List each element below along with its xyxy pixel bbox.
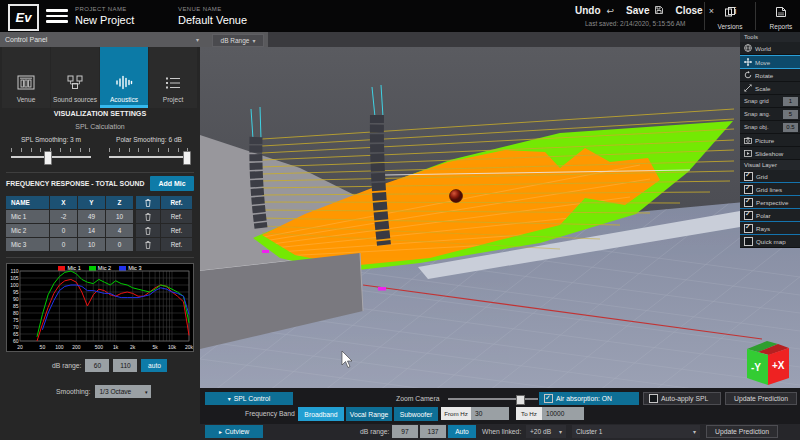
band-broadband-button[interactable]: Broadband [298,407,344,421]
checkbox-checked-icon [744,224,753,233]
3d-viewport[interactable]: -Y +X [200,47,800,390]
ref-button[interactable]: Ref. [161,224,192,237]
mic-row-1[interactable]: Mic 1 -2 49 10 Ref. [6,210,192,223]
snap-grid-value[interactable]: 1 [783,97,798,106]
tool-world-button[interactable]: World [740,42,800,55]
top-bar: Ev PROJECT NAME New Project VENUE NAME D… [0,0,800,32]
db-range-dropdown[interactable]: dB Range ▾ [212,34,264,47]
undo-button[interactable]: Undo [575,5,601,16]
tab-sound-sources[interactable]: Sound sources [51,47,99,108]
polar-smoothing-slider[interactable]: Polar Smoothing: 6 dB [101,136,197,164]
layer-grid-lines-checkbox[interactable]: Grid lines [740,183,800,196]
layer-polar-checkbox[interactable]: Polar [740,209,800,222]
slider-handle[interactable] [516,395,525,405]
spl-control-toggle[interactable]: ▾ SPL Control [205,392,293,405]
project-name-field[interactable]: PROJECT NAME New Project [75,6,134,26]
svg-text:95: 95 [13,289,19,295]
tools-panel: Tools World Move Rotate Scale Snap grid … [740,32,800,248]
bottom-db-max-input[interactable]: 137 [420,425,446,438]
line-array-tower-left[interactable] [251,107,261,228]
tool-scale-button[interactable]: Scale [740,82,800,95]
reports-button[interactable]: Reports [756,1,800,31]
svg-text:100: 100 [10,282,19,288]
save-icon[interactable] [655,6,663,16]
from-hz-input[interactable]: 30 [471,407,509,420]
venue-icon [17,75,35,90]
venue-name-field[interactable]: VENUE NAME Default Venue [178,6,247,26]
svg-text:5k: 5k [152,344,158,350]
delete-mic-icon[interactable] [136,238,160,251]
cluster-dropdown[interactable]: Cluster 1 ▾ [572,425,700,438]
control-panel-title: Control Panel [5,36,47,43]
tab-venue[interactable]: Venue [2,47,50,108]
mic-table-header: NAME X Y Z Ref. [6,196,192,209]
air-absorption-toggle[interactable]: Air absorption: ON [539,392,639,405]
chart-smoothing-controls: Smoothing: 1/3 Octave ▾ [56,385,151,398]
from-hz-label: From Hz [441,407,471,420]
venue-name-value[interactable]: Default Venue [178,14,247,26]
tool-move-button[interactable]: Move [740,55,800,69]
mic-row-2[interactable]: Mic 2 0 14 4 Ref. [6,224,192,237]
db-max-input[interactable]: 110 [113,359,137,372]
db-range-label: dB range: [52,362,81,369]
spl-smoothing-slider[interactable]: SPL Smoothing: 3 m [3,136,99,164]
magenta-marker[interactable] [378,287,386,291]
auto-apply-spl-toggle[interactable]: Auto-apply SPL [643,392,721,405]
collapse-caret-icon[interactable]: ▾ [196,36,199,43]
svg-text:200: 200 [72,344,81,350]
listener-sphere[interactable] [450,190,463,203]
update-prediction-button[interactable]: Update Prediction [725,392,797,405]
control-panel: Venue Sound sources Acoustics Project VI… [0,47,200,440]
band-subwoofer-button[interactable]: Subwoofer [394,407,438,421]
magenta-marker[interactable] [262,250,269,253]
zoom-camera-slider[interactable] [448,398,538,400]
tool-rotate-button[interactable]: Rotate [740,69,800,82]
slider-handle[interactable] [183,151,191,165]
bottom-auto-button[interactable]: Auto [448,425,476,438]
update-prediction-button-2[interactable]: Update Prediction [706,425,778,438]
checkbox-unchecked-icon [649,394,658,403]
save-button[interactable]: Save [626,5,649,16]
picture-button[interactable]: Picture [740,134,800,147]
snap-angle-value[interactable]: 5 [783,110,798,119]
mic-row-3[interactable]: Mic 3 0 10 0 Ref. [6,238,192,251]
layer-grid-checkbox[interactable]: Grid [740,170,800,183]
add-mic-button[interactable]: Add Mic [150,176,194,191]
close-button[interactable]: Close [675,5,702,16]
smoothing-dropdown[interactable]: 1/3 Octave ▾ [95,385,151,398]
cutview-toggle[interactable]: ▸ Cutview [205,425,263,438]
layer-rays-checkbox[interactable]: Rays [740,222,800,235]
tab-project[interactable]: Project [149,47,197,108]
versions-icon [725,3,736,21]
frequency-response-title: FREQUENCY RESPONSE - TOTAL SOUND [6,180,144,187]
svg-text:75: 75 [13,317,19,323]
band-vocal-range-button[interactable]: Vocal Range [346,407,392,421]
cutview-bar: ▸ Cutview dB range: 97 137 Auto When lin… [200,424,800,440]
slideshow-button[interactable]: Slideshow [740,147,800,160]
delete-mic-icon[interactable] [136,224,160,237]
db-min-input[interactable]: 60 [85,359,109,372]
smoothing-label: Smoothing: [56,388,90,395]
smoothing-sliders: SPL Smoothing: 3 m Polar Smoothing: 6 dB [2,136,198,164]
slider-track[interactable] [109,156,189,158]
orientation-cube[interactable]: -Y +X [747,341,789,385]
slider-handle[interactable] [44,151,52,165]
link-offset-dropdown[interactable]: +20 dB ▾ [526,425,566,438]
ref-button[interactable]: Ref. [161,210,192,223]
delete-mic-icon[interactable] [136,210,160,223]
layer-perspective-checkbox[interactable]: Perspective [740,196,800,209]
svg-text:2k: 2k [130,344,136,350]
ref-button[interactable]: Ref. [161,238,192,251]
bottom-db-min-input[interactable]: 97 [392,425,418,438]
hamburger-menu-icon[interactable] [46,9,68,26]
axis-label-x: +X [772,360,785,371]
auto-db-button[interactable]: auto [141,359,167,372]
tab-acoustics[interactable]: Acoustics [100,47,148,108]
layer-quick-map-checkbox[interactable]: Quick map [740,235,800,248]
snap-object-value[interactable]: 0.5 [783,123,798,132]
versions-button[interactable]: Versions [705,1,755,31]
to-hz-input[interactable]: 10000 [542,407,584,420]
project-name-value[interactable]: New Project [75,14,134,26]
scale-icon [744,84,752,92]
undo-icon[interactable]: ↩ [607,6,615,16]
